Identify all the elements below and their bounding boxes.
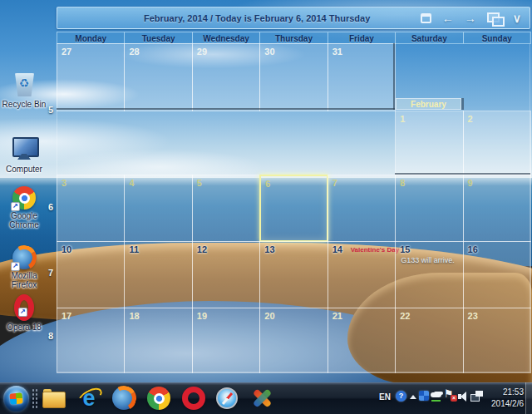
show-desktop-button[interactable] [525, 382, 532, 414]
week-number: 8 [40, 331, 53, 341]
calendar-event: Valentine's Day [351, 246, 399, 254]
day-header-saturday: Saturday [395, 32, 463, 44]
taskbar-item-safari[interactable] [213, 383, 241, 413]
calendar-cell-7[interactable]: 7 [328, 175, 396, 242]
calendar-cell-19[interactable]: 19 [192, 308, 260, 373]
date-number: 6 [265, 179, 270, 189]
collapse-icon[interactable]: ∨ [513, 12, 521, 24]
calendar-cell-11[interactable]: 11 [124, 241, 192, 308]
show-hidden-icons[interactable] [409, 394, 417, 401]
calendar-title: February, 2014 / Today is February 6, 20… [57, 13, 370, 23]
date-number: 11 [129, 244, 139, 254]
grid-app-icon[interactable] [419, 391, 429, 401]
taskbar-item-visual-studio[interactable] [248, 383, 276, 413]
shortcut-arrow-icon [18, 308, 27, 317]
calendar-cell-23[interactable]: 23 [463, 308, 531, 373]
month-separator-0 [57, 108, 395, 110]
taskbar-item-opera[interactable] [180, 383, 208, 413]
calendar-cell-17[interactable]: 17 [57, 308, 125, 373]
next-month-icon[interactable]: → [465, 12, 476, 24]
display-settings-icon[interactable] [487, 12, 502, 24]
date-number: 31 [332, 47, 342, 57]
action-center-icon[interactable] [444, 389, 456, 402]
explorer-icon [42, 387, 65, 410]
recycle-bin-icon [9, 70, 39, 98]
cloud-app-icon[interactable] [431, 391, 442, 402]
calendar-cell-5[interactable]: 5 [192, 175, 260, 242]
chrome-icon [12, 186, 36, 209]
calendar-event: G133 will arrive. [401, 256, 455, 264]
calendar-cell-18[interactable]: 18 [124, 308, 192, 373]
month-separator-1 [393, 43, 395, 110]
desktop-icon-computer[interactable]: Computer [0, 135, 48, 174]
calendar-cell-29[interactable]: 29 [192, 43, 260, 111]
calendar-cell-28[interactable]: 28 [124, 43, 192, 111]
calendar-cell-6[interactable]: 6 [259, 175, 328, 242]
desktop-icon-google-chrome[interactable]: Google Chrome [0, 186, 48, 229]
date-number: 29 [197, 47, 207, 57]
desktop-icon-label: Google Chrome [0, 211, 48, 229]
windows-start-icon [3, 386, 29, 412]
calendar-titlebar[interactable]: February, 2014 / Today is February 6, 20… [57, 7, 530, 29]
calendar-cell-21[interactable]: 21 [328, 308, 396, 373]
day-header-monday: Monday [57, 32, 125, 44]
date-number: 10 [62, 244, 71, 254]
volume-icon[interactable] [458, 392, 470, 402]
month-separator-2 [395, 173, 530, 175]
day-header-wednesday: Wednesday [192, 32, 260, 44]
calendar-cell-12[interactable]: 12 [192, 241, 260, 308]
desktop-icon-label: Computer [6, 165, 42, 174]
taskbar-item-windows-explorer[interactable] [39, 383, 67, 413]
calendar-cell-9[interactable]: 9 [463, 175, 531, 242]
taskbar-grip[interactable] [32, 388, 38, 408]
taskbar-item-start-button[interactable] [2, 383, 30, 413]
desktop-icon-label: Mozilla Firefox [0, 271, 48, 289]
desktop-icon-recycle-bin[interactable]: Recycle Bin [0, 70, 48, 109]
calendar-cell-14[interactable]: 14Valentine's Day [328, 241, 396, 308]
desktop-icon-label: Opera 18 [7, 323, 42, 332]
taskbar-item-firefox[interactable] [110, 383, 138, 413]
calendar-cell-8[interactable]: 8 [395, 175, 463, 242]
visual-studio-icon [250, 387, 273, 410]
taskbar-item-internet-explorer[interactable] [75, 383, 103, 413]
calendar-view-icon[interactable] [421, 13, 431, 23]
calendar-cell-4[interactable]: 4 [124, 175, 192, 242]
desktop-icon-opera-18[interactable]: Opera 18 [0, 294, 48, 332]
date-number: 14 [332, 244, 342, 254]
date-number: 20 [264, 311, 274, 321]
calendar-cell-1[interactable]: 1 [395, 111, 463, 175]
prev-month-icon[interactable]: ← [442, 12, 454, 24]
calendar-cell-13[interactable]: 13 [259, 241, 328, 308]
month-label: February [396, 98, 461, 110]
ie-icon [77, 387, 101, 410]
calendar-cell-3[interactable]: 3 [57, 175, 125, 242]
date-number: 21 [332, 311, 342, 321]
taskbar-item-chrome[interactable] [145, 383, 173, 413]
desktop: February, 2014 / Today is February 6, 20… [0, 0, 532, 414]
calendar-cell-15[interactable]: 15G133 will arrive. [395, 241, 463, 308]
help-icon[interactable] [396, 391, 406, 402]
chrome-icon [147, 387, 170, 410]
clock[interactable]: 21:53 2014/2/6 [484, 387, 524, 410]
calendar-cell-31[interactable]: 31 [328, 43, 396, 111]
safari-icon [216, 387, 238, 409]
calendar-cell-16[interactable]: 16 [463, 241, 531, 308]
calendar-cell-2[interactable]: 2 [463, 111, 531, 175]
opera-icon [182, 387, 205, 410]
calendar-cell-27[interactable]: 27 [57, 43, 125, 111]
calendar-cell-22[interactable]: 22 [395, 308, 463, 373]
calendar-cell-10[interactable]: 10 [57, 241, 125, 308]
clock-date: 2014/2/6 [484, 398, 524, 410]
day-header-thursday: Thursday [259, 32, 328, 44]
desktop-icon-mozilla-firefox[interactable]: Mozilla Firefox [0, 246, 48, 289]
network-icon[interactable] [470, 391, 483, 402]
date-number: 22 [400, 311, 410, 321]
day-header-tuesday: Tuesday [124, 32, 192, 44]
date-number: 13 [264, 244, 274, 254]
calendar-cell-20[interactable]: 20 [259, 308, 328, 373]
calendar-cell-30[interactable]: 30 [259, 43, 328, 111]
date-number: 2 [468, 114, 473, 124]
date-number: 28 [129, 47, 139, 57]
language-indicator[interactable]: EN [379, 392, 391, 402]
date-number: 17 [62, 311, 71, 321]
